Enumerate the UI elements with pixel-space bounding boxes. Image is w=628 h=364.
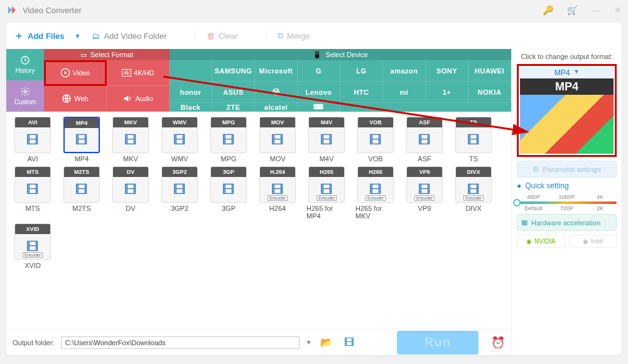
chip-icon: ▦ [521, 218, 528, 227]
format-thumb: MKV🎞 [112, 117, 149, 153]
format-h265-for-mp4[interactable]: H265🎞EncoderH265 for MP4 [306, 166, 347, 220]
format-tab-video[interactable]: Video [44, 60, 107, 86]
format-ts[interactable]: TS🎞TS [453, 117, 494, 163]
format-h264[interactable]: H.264🎞EncoderH264 [257, 166, 298, 220]
device-brand-samsung[interactable]: SAMSUNG [212, 60, 255, 82]
merge-button[interactable]: ⧉ Merge [278, 31, 310, 41]
output-folder-input[interactable] [61, 336, 300, 349]
add-files-dropdown-icon[interactable]: ▼ [75, 33, 81, 40]
device-brand-asus[interactable]: ASUS [212, 82, 255, 103]
format-xvid[interactable]: XVID🎞EncoderXVID [13, 223, 53, 269]
device-brand-g[interactable]: G [298, 60, 340, 82]
format-asf[interactable]: ASF🎞ASF [404, 117, 445, 163]
format-top-label: MP4 [65, 118, 99, 128]
brand-label: SONY [436, 67, 457, 75]
format-tab-web-label: Web [74, 95, 88, 102]
chevron-down-icon: ▼ [573, 68, 579, 77]
format-label: MP4 [75, 155, 89, 163]
format-thumb: DV🎞 [112, 166, 149, 203]
device-brand-alcatel[interactable]: alcatel [255, 103, 298, 112]
format-label: H265 for MP4 [306, 205, 347, 220]
device-brand-zte[interactable]: ZTE [212, 103, 255, 112]
format-vob[interactable]: VOB🎞VOB [355, 117, 396, 163]
left-panel: History Custom ▭ Select Format [6, 49, 511, 355]
format-divx[interactable]: DIVX🎞EncoderDIVX [453, 166, 494, 220]
gpu-intel-label: Intel [591, 238, 603, 245]
device-brand-black[interactable]: Black [170, 103, 212, 112]
format-tab-web[interactable]: Web [44, 86, 107, 112]
format-wmv[interactable]: WMV🎞WMV [160, 117, 200, 163]
device-brand-microsoft[interactable]: Microsoft [255, 60, 298, 82]
device-brand-moto[interactable]: Ⓜ [255, 82, 298, 103]
slider-knob[interactable] [513, 199, 521, 206]
device-brand-tv[interactable]: ⌨ [298, 103, 340, 112]
output-format-box[interactable]: MP4 ▼ MP4 [517, 64, 617, 157]
format-tab-video-label: Video [73, 69, 90, 77]
close-icon[interactable]: ✕ [614, 5, 622, 15]
select-format-header-label: Select Format [90, 51, 133, 58]
format-top-label: H265 [358, 167, 393, 177]
output-folder-dropdown-icon[interactable]: ▼ [306, 339, 312, 346]
device-brand-apple[interactable] [170, 60, 212, 82]
schedule-button[interactable]: ⏰ [491, 336, 505, 350]
minimize-icon[interactable]: — [592, 5, 600, 15]
format-thumb: MPG🎞 [210, 117, 247, 153]
format-label: MOV [269, 155, 285, 163]
brand-label: alcatel [264, 104, 288, 111]
gear-icon [20, 87, 30, 97]
run-button[interactable]: Run [397, 331, 479, 355]
footer: Output folder: ▼ 📂 🎞 Run ⏰ [6, 329, 511, 355]
gpu-nvidia[interactable]: ◉NVIDIA [517, 235, 565, 248]
format-vp9[interactable]: VP9🎞EncoderVP9 [404, 166, 445, 220]
format-3gp[interactable]: 3GP🎞3GP [208, 166, 249, 220]
device-brand-nokia[interactable]: NOKIA [468, 82, 511, 103]
clear-button[interactable]: 🗑 Clear [207, 31, 238, 41]
film-icon: 🎞 [211, 127, 246, 153]
brand-label: HUAWEI [475, 67, 504, 75]
format-m4v[interactable]: M4V🎞M4V [306, 117, 347, 163]
brand-label: mi [400, 88, 409, 96]
tab-custom[interactable]: Custom [6, 80, 44, 112]
format-h265-for-mkv[interactable]: H265🎞EncoderH265 for MKV [355, 166, 396, 220]
format-dv[interactable]: DV🎞DV [111, 166, 151, 220]
brand-label: Lenovo [305, 88, 332, 96]
film-button[interactable]: 🎞 [341, 336, 357, 350]
add-files-button[interactable]: ＋ Add Files [14, 29, 65, 43]
device-brand-honor[interactable]: honor [170, 82, 212, 103]
device-brand-htc[interactable]: HTC [340, 82, 383, 103]
gpu-intel[interactable]: ◉Intel [569, 235, 617, 248]
format-tab-audio[interactable]: Audio [107, 86, 170, 112]
device-brand-sony[interactable]: SONY [426, 60, 468, 82]
device-brand-lg[interactable]: LG [340, 60, 383, 82]
format-m2ts[interactable]: M2TS🎞M2TS [62, 166, 102, 220]
categories-strip: History Custom ▭ Select Format [6, 49, 511, 112]
gpu-nvidia-label: NVIDIA [534, 238, 555, 245]
format-thumb: M2TS🎞 [63, 166, 100, 203]
key-icon[interactable]: 🔑 [543, 5, 553, 15]
brand-label: Black [181, 104, 201, 111]
film-icon: 🎞 [15, 177, 50, 202]
quality-slider[interactable]: 480P1080P4K Default720P2K [517, 194, 617, 210]
device-brand-mi[interactable]: mi [383, 82, 426, 103]
format-avi[interactable]: AVI🎞AVI [13, 117, 53, 163]
add-video-folder-button[interactable]: 🗂 Add Video Folder [92, 31, 166, 41]
parameter-settings-button[interactable]: ⚙ Parameter settings [517, 161, 617, 178]
device-brand-1+[interactable]: 1+ [426, 82, 468, 103]
format-mp4[interactable]: MP4🎞MP4 [62, 117, 102, 163]
format-3gp2[interactable]: 3GP2🎞3GP2 [160, 166, 200, 220]
format-mov[interactable]: MOV🎞MOV [257, 117, 298, 163]
parameter-settings-label: Parameter settings [543, 166, 600, 173]
device-brand-amazon[interactable]: amazon [383, 60, 426, 82]
brand-label: amazon [391, 67, 418, 75]
format-thumb: M4V🎞 [308, 117, 345, 153]
open-folder-button[interactable]: 📂 [318, 336, 335, 350]
format-tab-4khd[interactable]: 4k 4K/HD [107, 60, 170, 86]
tab-history[interactable]: History [6, 49, 44, 80]
hardware-acceleration-button[interactable]: ▦ Hardware acceleration [517, 214, 617, 231]
format-mpg[interactable]: MPG🎞MPG [208, 117, 249, 163]
device-brand-lenovo[interactable]: Lenovo [298, 82, 340, 103]
device-brand-huawei[interactable]: HUAWEI [468, 60, 511, 82]
format-mkv[interactable]: MKV🎞MKV [111, 117, 151, 163]
cart-icon[interactable]: 🛒 [567, 5, 578, 15]
format-mts[interactable]: MTS🎞MTS [13, 166, 53, 220]
